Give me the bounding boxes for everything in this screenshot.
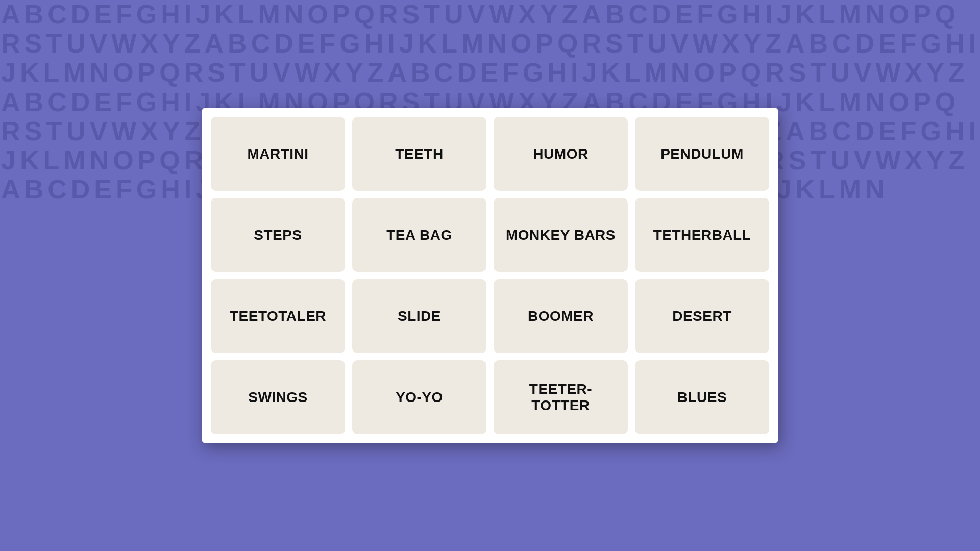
bg-letter: A (0, 88, 23, 117)
bg-letter: X (139, 29, 161, 58)
bg-letter: Y (161, 29, 183, 58)
bg-letter: K (417, 29, 440, 58)
bg-letter: S (23, 29, 45, 58)
bg-letter: V (89, 29, 111, 58)
bg-letter: A (386, 58, 410, 87)
bg-letter: H (741, 0, 765, 29)
bg-letter: X (721, 29, 743, 58)
word-card-boomer[interactable]: BOOMER (494, 279, 628, 353)
bg-letter: S (23, 117, 45, 146)
bg-letter: L (818, 175, 838, 204)
bg-letter: B (227, 29, 250, 58)
bg-letter: T (45, 117, 65, 146)
bg-letter: A (785, 117, 808, 146)
word-card-pendulum[interactable]: PENDULUM (635, 117, 769, 191)
word-card-slide[interactable]: SLIDE (352, 279, 486, 353)
word-card-teeth[interactable]: TEETH (352, 117, 486, 191)
bg-letter: D (273, 29, 297, 58)
bg-letter: V (853, 58, 875, 87)
bg-letter: U (829, 146, 853, 175)
bg-letter: X (904, 58, 926, 87)
bg-letter: Y (925, 146, 947, 175)
bg-letter: I (764, 0, 775, 29)
bg-letter: U (65, 117, 89, 146)
word-card-teetotaler[interactable]: TEETOTALER (211, 279, 345, 353)
word-label-teetotaler: TEETOTALER (222, 303, 334, 330)
bg-letter: X (139, 117, 161, 146)
bg-letter: Q (158, 58, 183, 87)
bg-letter: G (338, 29, 363, 58)
bg-letter: Z (764, 29, 785, 58)
word-label-teeter-totter: TEETER-TOTTER (494, 376, 628, 419)
word-card-tetherball[interactable]: TETHERBALL (635, 198, 769, 272)
bg-letter: K (795, 88, 818, 117)
bg-letter: T (45, 29, 65, 58)
word-card-monkey-bars[interactable]: MONKEY BARS (494, 198, 628, 272)
bg-letter: R (581, 29, 604, 58)
word-card-tea-bag[interactable]: TEA BAG (352, 198, 486, 272)
bg-letter: C (46, 88, 70, 117)
word-card-yo-yo[interactable]: YO-YO (352, 360, 486, 434)
word-label-slide: SLIDE (389, 303, 449, 330)
bg-letter: A (0, 0, 23, 29)
bg-letter: Z (561, 0, 581, 29)
bg-letter: B (23, 88, 47, 117)
bg-letter: L (440, 29, 460, 58)
bg-letter: Z (366, 58, 386, 87)
word-card-desert[interactable]: DESERT (635, 279, 769, 353)
bg-letter: P (912, 88, 934, 117)
bg-letter: K (795, 175, 818, 204)
bg-letter: T (626, 29, 647, 58)
bg-letter: B (807, 29, 831, 58)
bg-letter: U (829, 58, 853, 87)
bg-letter: G (135, 175, 160, 204)
word-card-blues[interactable]: BLUES (635, 360, 769, 434)
bg-letter: F (899, 29, 920, 58)
bg-letter: W (692, 29, 721, 58)
bg-letter: G (716, 0, 741, 29)
bg-letter: K (213, 0, 237, 29)
bg-letter: H (363, 29, 387, 58)
bg-letter: D (651, 0, 674, 29)
bg-letter: C (250, 29, 274, 58)
bg-letter: F (115, 88, 135, 117)
bg-letter: R (764, 58, 788, 87)
word-card-martini[interactable]: MARTINI (211, 117, 345, 191)
word-card-steps[interactable]: STEPS (211, 198, 345, 272)
word-card-swings[interactable]: SWINGS (211, 360, 345, 434)
bg-letter: L (42, 146, 62, 175)
bg-letter: H (944, 29, 968, 58)
bg-letter: M (644, 58, 670, 87)
bg-letter: E (93, 88, 115, 117)
bg-letter: W (874, 58, 903, 87)
word-card-humor[interactable]: HUMOR (494, 117, 628, 191)
bg-letter: F (696, 0, 716, 29)
bg-letter: Q (158, 146, 183, 175)
bg-letter: K (19, 146, 42, 175)
bg-letter: B (23, 175, 47, 204)
bg-letter: I (570, 58, 581, 87)
word-card-teeter-totter[interactable]: TEETER-TOTTER (494, 360, 628, 434)
bg-letter: L (237, 0, 257, 29)
bg-letter: Q (934, 88, 959, 117)
bg-letter: V (670, 29, 692, 58)
bg-letter: H (546, 58, 570, 87)
bg-letter: M (838, 88, 864, 117)
bg-letter: R (378, 0, 401, 29)
bg-letter: Q (556, 29, 581, 58)
bg-letter: W (874, 146, 903, 175)
bg-letter: P (331, 0, 353, 29)
bg-letter: T (809, 146, 829, 175)
bg-letter: N (283, 0, 307, 29)
bg-letter: O (693, 58, 718, 87)
word-label-martini: MARTINI (239, 141, 316, 167)
bg-letter: M (460, 29, 486, 58)
bg-letter: Y (345, 58, 366, 87)
bg-letter: O (306, 0, 331, 29)
bg-letter: B (807, 117, 831, 146)
bg-letter: Z (947, 146, 968, 175)
bg-letter: C (433, 58, 456, 87)
bg-letter: A (785, 29, 808, 58)
word-label-boomer: BOOMER (520, 303, 602, 330)
bg-letter: W (110, 29, 139, 58)
